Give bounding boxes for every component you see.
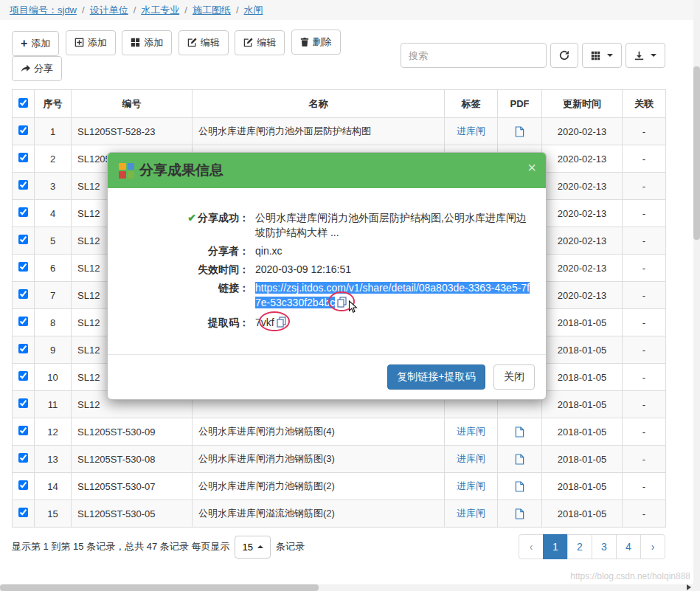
page-button[interactable]: › [640, 534, 665, 559]
table-row[interactable]: 1 SL1205ST-528-23 公明水库进库闸消力池外面层防护结构图 进库闸… [13, 118, 666, 145]
breadcrumb-item-drawings[interactable]: 施工图纸 [193, 4, 231, 17]
row-checkbox[interactable] [18, 453, 28, 463]
column-header-pdf[interactable]: PDF [498, 90, 542, 118]
table-row[interactable]: 13 SL1205ST-530-08 公明水库进库闸消力池钢筋图(3) 进库闸 … [13, 446, 666, 473]
row-number: 12 [35, 418, 72, 446]
table-row[interactable]: 14 SL1205ST-530-07 公明水库进库闸消力池钢筋图(2) 进库闸 … [13, 473, 666, 500]
search-input[interactable] [401, 43, 547, 68]
column-header-relation[interactable]: 关联 [623, 90, 666, 118]
row-updated: 2018-01-05 [542, 500, 623, 528]
tag-link[interactable]: 进库闸 [457, 480, 485, 491]
row-checkbox[interactable] [18, 371, 28, 381]
tag-link[interactable]: 进库闸 [457, 125, 485, 136]
row-relation: - [623, 227, 666, 255]
pdf-icon[interactable] [515, 126, 524, 137]
breadcrumb-item-specialty[interactable]: 水工专业 [141, 4, 179, 17]
share-result-modal: 分享成果信息 × ✔分享成功： 公明水库进库闸消力池外面层防护结构图,公明水库进… [107, 152, 547, 400]
row-updated: 2020-02-13 [542, 282, 623, 309]
copy-icon[interactable] [277, 318, 286, 330]
modal-close-button[interactable]: 关闭 [493, 364, 535, 390]
column-header-no[interactable]: 序号 [35, 90, 72, 118]
row-relation: - [623, 309, 666, 336]
share-button[interactable]: 分享 [12, 56, 62, 81]
breadcrumb-item-sluice[interactable]: 水闸 [244, 4, 263, 17]
modal-title: 分享成果信息 [139, 161, 223, 180]
row-checkbox[interactable] [18, 180, 28, 190]
row-relation: - [623, 500, 666, 528]
row-checkbox[interactable] [18, 207, 28, 217]
share-link[interactable]: https://zsj.itdos.com/v1/share/detail/08… [255, 282, 530, 308]
row-checkbox[interactable] [18, 426, 28, 435]
tag-link[interactable]: 进库闸 [457, 508, 485, 519]
row-checkbox[interactable] [18, 153, 28, 162]
page-button[interactable]: 1 [543, 534, 568, 559]
add-button[interactable]: + 添加 [12, 31, 59, 56]
extract-code-value: 7vkf [255, 315, 286, 331]
share-success-label-text: 分享成功： [198, 212, 249, 224]
select-all-checkbox[interactable] [18, 98, 28, 108]
page-button[interactable]: 2 [567, 534, 592, 559]
columns-grid-icon [591, 51, 600, 61]
export-download-icon [634, 51, 644, 61]
add-batch-button-label: 添加 [144, 36, 163, 49]
pdf-icon[interactable] [515, 426, 524, 438]
export-button[interactable] [626, 43, 665, 68]
row-checkbox[interactable] [18, 398, 28, 408]
tag-link[interactable]: 进库闸 [457, 426, 485, 437]
vertical-scrollbar[interactable] [693, 0, 700, 584]
horizontal-scrollbar-thumb[interactable] [0, 584, 319, 591]
page-size-select[interactable]: 15 [235, 536, 270, 559]
column-header-name[interactable]: 名称 [193, 90, 445, 118]
edit-button[interactable]: 编辑 [179, 30, 229, 55]
page-button[interactable]: 4 [616, 534, 641, 559]
breadcrumb-item-project[interactable]: 项目编号：sjdw [10, 4, 77, 17]
row-checkbox[interactable] [18, 262, 28, 272]
row-checkbox[interactable] [18, 508, 28, 517]
copy-link-code-button[interactable]: 复制链接+提取码 [387, 364, 485, 390]
copy-link-wrap [337, 297, 347, 311]
scroll-right-arrow-icon[interactable] [687, 584, 691, 590]
pdf-icon[interactable] [515, 454, 524, 465]
mouse-cursor-icon [348, 300, 358, 317]
row-number: 5 [35, 227, 72, 255]
table-row[interactable]: 12 SL1205ST-530-09 公明水库进库闸消力池钢筋图(4) 进库闸 … [13, 418, 666, 446]
row-checkbox[interactable] [18, 317, 28, 326]
share-success-value: 公明水库进库闸消力池外面层防护结构图,公明水库进库闸边坡防护结构大样 ... [255, 210, 530, 240]
page-button[interactable]: 3 [592, 534, 617, 559]
row-checkbox[interactable] [18, 344, 28, 353]
records-summary: 显示第 1 到第 15 条记录，总共 47 条记录 每页显示 15 条记录 [12, 536, 305, 559]
pdf-icon[interactable] [515, 508, 524, 519]
pdf-icon[interactable] [515, 481, 524, 492]
row-name: 公明水库进库闸溢流池钢筋图(2) [193, 500, 445, 528]
vertical-scrollbar-thumb[interactable] [693, 66, 700, 240]
columns-button[interactable] [582, 43, 622, 68]
table-row[interactable]: 15 SL1205ST-530-05 公明水库进库闸溢流池钢筋图(2) 进库闸 … [13, 500, 666, 528]
row-checkbox[interactable] [18, 125, 28, 135]
delete-button[interactable]: 删除 [291, 30, 341, 55]
page-button[interactable]: ‹ [519, 534, 544, 559]
column-header-updated[interactable]: 更新时间 [542, 90, 623, 118]
row-number: 9 [35, 336, 72, 364]
square-plus-icon [74, 38, 84, 47]
app-logo-icon [119, 163, 134, 179]
breadcrumb-separator: / [134, 4, 136, 15]
row-checkbox[interactable] [18, 480, 28, 490]
breadcrumb-item-design-unit[interactable]: 设计单位 [90, 4, 128, 17]
edit-batch-button[interactable]: 编辑 [235, 30, 285, 55]
refresh-button[interactable] [550, 43, 578, 68]
row-relation: - [623, 145, 666, 173]
link-label: 链接： [122, 280, 249, 311]
row-updated: 2020-02-13 [542, 173, 623, 200]
copy-icon[interactable] [337, 298, 347, 310]
horizontal-scrollbar[interactable] [0, 584, 700, 591]
column-header-tag[interactable]: 标签 [445, 90, 498, 118]
add-table-button[interactable]: 添加 [66, 30, 116, 55]
tag-link[interactable]: 进库闸 [457, 453, 485, 464]
close-icon[interactable]: × [527, 160, 536, 175]
row-checkbox[interactable] [18, 289, 28, 299]
row-number: 11 [35, 391, 72, 418]
add-batch-button[interactable]: 添加 [122, 30, 172, 55]
row-checkbox[interactable] [18, 235, 28, 244]
edit-batch-button-label: 编辑 [257, 36, 276, 49]
column-header-code[interactable]: 编号 [72, 90, 193, 118]
